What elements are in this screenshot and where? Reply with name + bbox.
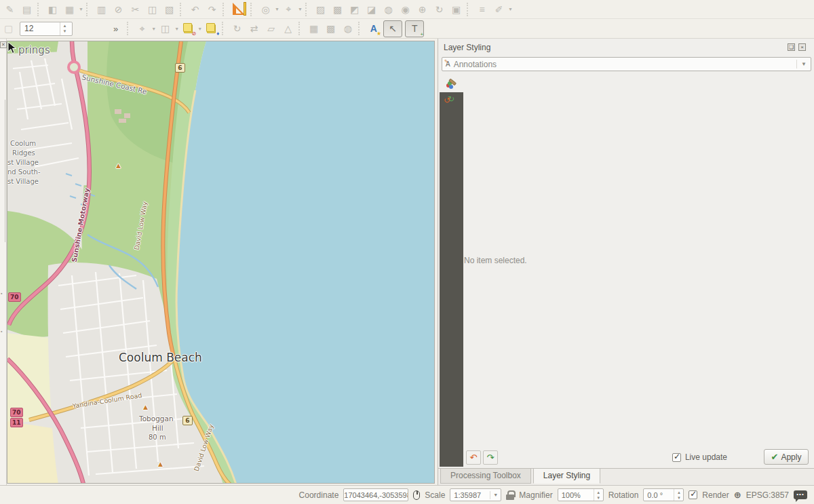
annotation-pin-icon[interactable]: ♦ bbox=[204, 21, 219, 36]
delete-selected-icon[interactable]: ⊘ bbox=[111, 2, 126, 17]
scale-combo[interactable]: ▼ bbox=[450, 488, 501, 501]
panel-close-icon[interactable]: × bbox=[798, 43, 806, 51]
annotation-toolbar-icon[interactable]: ▢ bbox=[1, 21, 16, 36]
align-annotation-icon[interactable]: ▱ bbox=[263, 21, 279, 36]
rotation-input[interactable] bbox=[644, 491, 674, 499]
messages-icon[interactable]: ••• bbox=[794, 490, 807, 499]
auto-annotation-icon[interactable]: A★ bbox=[366, 21, 381, 36]
panel-close-icon[interactable]: ✕ bbox=[0, 41, 7, 48]
toolbar-grip bbox=[222, 3, 227, 16]
status-bar: Coordinate Scale ▼ Magnifier ▲▼ Rotation… bbox=[0, 485, 814, 504]
redo-icon[interactable]: ↷ bbox=[204, 2, 220, 17]
magnifier-input[interactable] bbox=[558, 491, 594, 499]
modify-annotations-tool[interactable]: ↖ bbox=[383, 20, 402, 37]
set-square-icon[interactable] bbox=[231, 1, 247, 17]
live-update-checkbox[interactable] bbox=[672, 453, 681, 462]
new-project-icon[interactable]: ✎ bbox=[2, 2, 18, 17]
chevron-down-icon[interactable]: ▼ bbox=[274, 2, 280, 17]
panel-edge-line bbox=[5, 100, 5, 242]
magnifier-spinner[interactable]: ▲▼ bbox=[558, 488, 604, 501]
grid-tool-icon-2[interactable]: ▩ bbox=[323, 21, 338, 36]
raster-tool-icon[interactable]: ◍ bbox=[340, 21, 355, 36]
live-update-toggle[interactable]: Live update bbox=[672, 452, 727, 462]
styling-tab-bar[interactable]: ↻↺ bbox=[440, 92, 463, 467]
annotation-size-input[interactable] bbox=[20, 24, 60, 33]
edit-marker-icon[interactable]: ✐ bbox=[491, 2, 507, 17]
cut-features-icon[interactable]: ✂ bbox=[128, 2, 143, 17]
toolbar-grip bbox=[86, 3, 91, 16]
copy-annotation-icon[interactable]: ◫ bbox=[157, 21, 173, 36]
select-features-icon[interactable]: ⌖ bbox=[281, 2, 296, 17]
collapsed-panel-edge[interactable]: ✕ ▪ ▪ bbox=[0, 39, 7, 485]
toolbar-grip bbox=[222, 22, 227, 35]
grid-tool-icon-1[interactable]: ▦ bbox=[306, 21, 322, 36]
panel-edge-mark: ▪ bbox=[1, 329, 2, 334]
history-tab[interactable]: ↻↺ bbox=[444, 96, 459, 109]
globe-icon[interactable]: ⊕ bbox=[734, 490, 741, 500]
chevron-down-icon[interactable]: ▼ bbox=[78, 2, 84, 17]
scale-input[interactable] bbox=[450, 491, 490, 499]
spin-down-icon[interactable]: ▼ bbox=[60, 28, 69, 34]
map-rendering bbox=[7, 41, 435, 484]
add-text-annotation-tool[interactable]: T+ bbox=[405, 20, 424, 37]
swap-annotation-icon[interactable]: ⇄ bbox=[246, 21, 262, 36]
rotation-spinner[interactable]: ▲▼ bbox=[643, 488, 684, 501]
spinner-arrows[interactable]: ▲▼ bbox=[594, 489, 603, 501]
magnifier-label: Magnifier bbox=[519, 490, 552, 500]
annotation-size-spinner[interactable]: ▲▼ bbox=[20, 22, 73, 36]
pin-labels-icon[interactable]: ◍ bbox=[381, 2, 396, 17]
render-checkbox[interactable] bbox=[689, 490, 697, 499]
mouse-tracking-icon[interactable] bbox=[413, 490, 420, 500]
redo-style-button[interactable]: ↷ bbox=[483, 450, 498, 465]
chevron-down-icon[interactable]: ▼ bbox=[297, 2, 303, 17]
chevron-down-icon[interactable]: ▼ bbox=[197, 21, 203, 36]
toolbar-grip bbox=[467, 3, 471, 16]
identify-features-icon[interactable]: ◎ bbox=[258, 2, 273, 17]
spinner-arrows[interactable]: ▲▼ bbox=[674, 489, 683, 501]
chevron-down-icon[interactable]: ▼ bbox=[490, 491, 501, 499]
label-toolbar-icon-2[interactable]: ▩ bbox=[330, 2, 345, 17]
apply-label: Apply bbox=[781, 452, 801, 462]
attribute-table-icon[interactable]: ▥ bbox=[94, 2, 109, 17]
map-canvas[interactable]: pringsSunshine Coast ReSunshine Motorway… bbox=[7, 41, 435, 484]
chevron-down-icon[interactable]: ▼ bbox=[174, 21, 180, 36]
undo-icon[interactable]: ↶ bbox=[187, 2, 203, 17]
apply-button[interactable]: ✔ Apply bbox=[764, 449, 809, 465]
move-label-icon[interactable]: ⊕ bbox=[414, 2, 430, 17]
chevron-down-icon[interactable]: ▼ bbox=[151, 21, 157, 36]
coordinate-input[interactable] bbox=[343, 488, 408, 501]
rotate-annotation-icon[interactable]: ↻ bbox=[229, 21, 245, 36]
layer-select-combo[interactable]: A✎ Annotations ▼ bbox=[442, 57, 811, 71]
scale-annotation-icon[interactable]: △ bbox=[280, 21, 296, 36]
copy-features-icon[interactable]: ◫ bbox=[144, 2, 160, 17]
label-toolbar-icon-1[interactable]: ▨ bbox=[313, 2, 328, 17]
crs-indicator[interactable]: EPSG:3857 bbox=[746, 490, 789, 500]
label-toolbar-icon-4[interactable]: ◪ bbox=[364, 2, 379, 17]
layer-options-icon[interactable]: ▦ bbox=[62, 2, 77, 17]
layout-manager-icon[interactable]: ≡ bbox=[474, 2, 490, 17]
save-project-icon[interactable]: ▤ bbox=[19, 2, 35, 17]
rotate-label-icon[interactable]: ↻ bbox=[431, 2, 447, 17]
overlapping-annotations-icon[interactable]: ⊘ bbox=[180, 21, 196, 36]
style-manager-icon[interactable]: ◧ bbox=[45, 2, 60, 17]
tab-layer-styling[interactable]: Layer Styling bbox=[533, 469, 600, 484]
undo-style-button[interactable]: ↶ bbox=[466, 450, 481, 465]
panel-title: Layer Styling bbox=[444, 43, 490, 52]
rotation-label: Rotation bbox=[608, 490, 639, 500]
lock-scale-icon[interactable] bbox=[506, 490, 514, 500]
chevron-down-icon[interactable]: ▼ bbox=[507, 2, 513, 17]
toolbar-extension-chevron[interactable]: » bbox=[113, 24, 118, 34]
label-toolbar-icon-3[interactable]: ◩ bbox=[347, 2, 362, 17]
select-annotation-icon[interactable]: ⌖ bbox=[134, 21, 150, 36]
highlight-labels-icon[interactable]: ◉ bbox=[398, 2, 413, 17]
panel-float-icon[interactable]: ❏ bbox=[788, 43, 795, 51]
annotation-layer-icon: A✎ bbox=[446, 60, 450, 68]
paste-features-icon[interactable]: ▧ bbox=[161, 2, 177, 17]
chevron-down-icon[interactable]: ▼ bbox=[796, 60, 811, 69]
spin-up-icon[interactable]: ▲ bbox=[60, 23, 69, 28]
change-label-icon[interactable]: ▣ bbox=[448, 2, 464, 17]
toolbar-grip bbox=[298, 22, 303, 35]
symbology-tab[interactable] bbox=[440, 75, 463, 92]
spinner-arrows[interactable]: ▲▼ bbox=[60, 22, 69, 35]
tab-processing-toolbox[interactable]: Processing Toolbox bbox=[440, 469, 531, 484]
